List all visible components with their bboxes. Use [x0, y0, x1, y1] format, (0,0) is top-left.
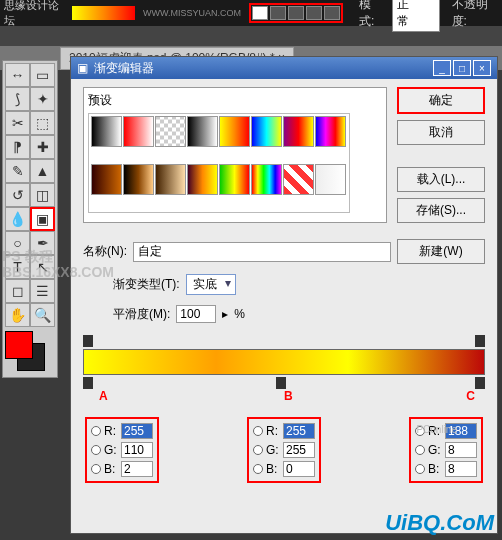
banner-url: WWW.MISSYUAN.COM: [143, 8, 241, 18]
stop-label-c: C: [466, 389, 475, 403]
notes-tool[interactable]: ☰: [30, 279, 55, 303]
preset-swatch[interactable]: [283, 164, 314, 195]
gradient-editor-dialog: ▣ 渐变编辑器 _ □ × 预设 确定 取消 载入(L)... 存储(S)...…: [70, 56, 498, 534]
preset-label: 预设: [88, 92, 382, 109]
hand-tool[interactable]: ✋: [5, 303, 30, 327]
preset-grid: [88, 113, 350, 213]
preset-swatch[interactable]: [155, 116, 186, 147]
stop-label-a: A: [99, 389, 108, 403]
diamond-gradient-button[interactable]: [324, 6, 340, 20]
zoom-tool[interactable]: 🔍: [30, 303, 55, 327]
radio-b-b[interactable]: [253, 464, 263, 474]
color-stops-row[interactable]: A B C: [83, 375, 485, 389]
reflected-gradient-button[interactable]: [306, 6, 322, 20]
marquee-tool[interactable]: ▭: [30, 63, 55, 87]
opacity-stops-row[interactable]: [83, 335, 485, 349]
ok-button[interactable]: 确定: [397, 87, 485, 114]
color-stop-c[interactable]: [475, 377, 485, 389]
gradient-type-label: 渐变类型(T):: [113, 276, 180, 293]
b-value-c[interactable]: 8: [445, 461, 477, 477]
eyedropper-tool[interactable]: ⁋: [5, 135, 30, 159]
b-value-a[interactable]: 2: [121, 461, 153, 477]
new-button[interactable]: 新建(W): [397, 239, 485, 264]
close-button[interactable]: ×: [473, 60, 491, 76]
r-value-a[interactable]: 255: [121, 423, 153, 439]
g-label: G:: [104, 443, 118, 457]
angle-gradient-button[interactable]: [288, 6, 304, 20]
stop-label-b: B: [284, 389, 293, 403]
color-stop-b[interactable]: [276, 377, 286, 389]
smoothness-label: 平滑度(M):: [113, 306, 170, 323]
name-label: 名称(N):: [83, 243, 127, 260]
save-button[interactable]: 存储(S)...: [397, 198, 485, 223]
minimize-button[interactable]: _: [433, 60, 451, 76]
opacity-stop-left[interactable]: [83, 335, 93, 347]
gradient-type-select[interactable]: 实底: [186, 274, 236, 295]
preset-swatch[interactable]: [187, 164, 218, 195]
radio-b-a[interactable]: [91, 464, 101, 474]
percent-label: %: [234, 307, 245, 321]
eraser-tool[interactable]: ◫: [30, 183, 55, 207]
history-tool[interactable]: ↺: [5, 183, 30, 207]
name-input[interactable]: [133, 242, 391, 262]
dialog-icon: ▣: [77, 61, 88, 75]
b-value-b[interactable]: 0: [283, 461, 315, 477]
preset-swatch[interactable]: [315, 164, 346, 195]
preset-swatch[interactable]: [219, 164, 250, 195]
linear-gradient-button[interactable]: [252, 6, 268, 20]
color-swatches[interactable]: [5, 331, 55, 375]
slice-tool[interactable]: ⬚: [30, 111, 55, 135]
load-button[interactable]: 载入(L)...: [397, 167, 485, 192]
g-value-b[interactable]: 255: [283, 442, 315, 458]
cancel-button[interactable]: 取消: [397, 120, 485, 145]
shape-tool[interactable]: ◻: [5, 279, 30, 303]
preset-swatch[interactable]: [155, 164, 186, 195]
preset-swatch[interactable]: [187, 116, 218, 147]
preset-swatch[interactable]: [251, 116, 282, 147]
radio-r-b[interactable]: [253, 426, 263, 436]
lasso-tool[interactable]: ⟆: [5, 87, 30, 111]
opacity-label: 不透明度:: [452, 0, 498, 30]
gradient-tool[interactable]: ▣: [30, 207, 55, 231]
heal-tool[interactable]: ✚: [30, 135, 55, 159]
color-stop-a[interactable]: [83, 377, 93, 389]
g-value-a[interactable]: 110: [121, 442, 153, 458]
radial-gradient-button[interactable]: [270, 6, 286, 20]
radio-g-b[interactable]: [253, 445, 263, 455]
crop-tool[interactable]: ✂: [5, 111, 30, 135]
radio-g-a[interactable]: [91, 445, 101, 455]
gradient-type-buttons: [249, 3, 343, 23]
radio-g-c[interactable]: [415, 445, 425, 455]
preset-swatch[interactable]: [251, 164, 282, 195]
dialog-titlebar[interactable]: ▣ 渐变编辑器 _ □ ×: [71, 57, 497, 79]
preset-swatch[interactable]: [123, 116, 154, 147]
mode-label: 模式:: [359, 0, 384, 30]
fg-swatch[interactable]: [5, 331, 33, 359]
r-label: R:: [104, 424, 118, 438]
preset-swatch[interactable]: [91, 116, 122, 147]
radio-b-c[interactable]: [415, 464, 425, 474]
g-value-c[interactable]: 8: [445, 442, 477, 458]
stamp-tool[interactable]: ▲: [30, 159, 55, 183]
radio-r-a[interactable]: [91, 426, 101, 436]
preset-swatch[interactable]: [123, 164, 154, 195]
opacity-stop-right[interactable]: [475, 335, 485, 347]
pconline-watermark: PConline: [416, 424, 457, 435]
gradient-bar[interactable]: [83, 349, 485, 375]
maximize-button[interactable]: □: [453, 60, 471, 76]
smoothness-input[interactable]: [176, 305, 216, 323]
dialog-title: 渐变编辑器: [94, 60, 154, 77]
r-value-b[interactable]: 255: [283, 423, 315, 439]
mode-select[interactable]: 正常: [392, 0, 440, 32]
b-label: B:: [104, 462, 118, 476]
wand-tool[interactable]: ✦: [30, 87, 55, 111]
brush-tool[interactable]: ✎: [5, 159, 30, 183]
percent-arrow-icon[interactable]: ▸: [222, 307, 228, 321]
blur-tool[interactable]: 💧: [5, 207, 30, 231]
preset-swatch[interactable]: [91, 164, 122, 195]
rgb-group-a: R:255 G:110 B:2: [85, 417, 159, 483]
preset-swatch[interactable]: [315, 116, 346, 147]
move-tool[interactable]: ↔: [5, 63, 30, 87]
preset-swatch[interactable]: [219, 116, 250, 147]
preset-swatch[interactable]: [283, 116, 314, 147]
